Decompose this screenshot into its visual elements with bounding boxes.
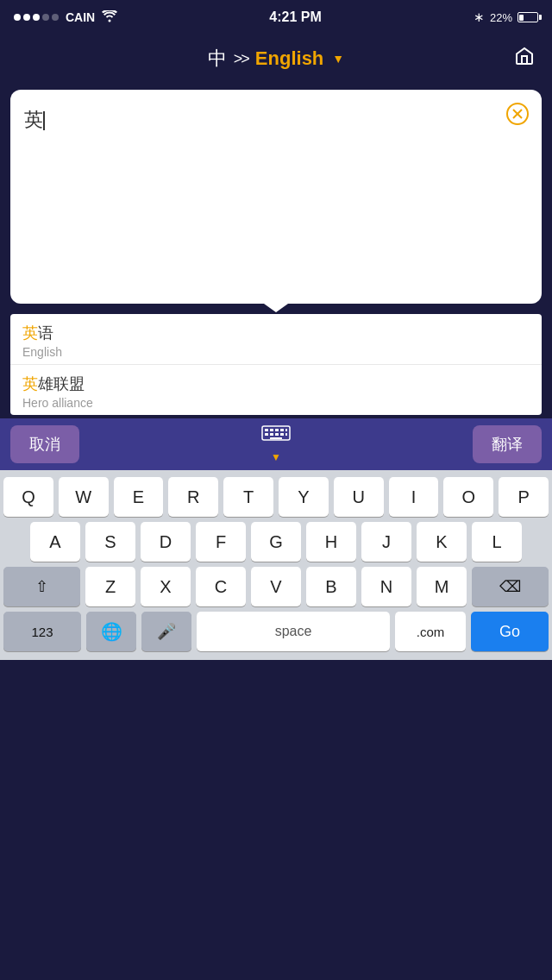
svg-rect-4 — [265, 429, 268, 431]
suggestion-1-english: English — [22, 345, 530, 359]
input-box[interactable]: 英 — [10, 90, 542, 288]
battery-icon — [518, 12, 538, 22]
keyboard-row-1: Q W E R T Y U I O P — [3, 477, 549, 517]
status-right: ∗ 22% — [474, 9, 538, 25]
translate-button[interactable]: 翻译 — [473, 425, 542, 463]
status-time: 4:21 PM — [269, 9, 321, 25]
key-go[interactable]: Go — [471, 612, 549, 651]
keyboard-dropdown-arrow: ▼ — [271, 451, 281, 463]
key-l[interactable]: L — [472, 522, 522, 562]
keyboard-row-3: ⇧ Z X C V B N M ⌫ — [3, 567, 549, 606]
key-backspace[interactable]: ⌫ — [472, 567, 549, 606]
key-z[interactable]: Z — [85, 567, 135, 606]
key-s[interactable]: S — [85, 522, 135, 562]
key-mic[interactable]: 🎤 — [141, 612, 191, 651]
suggestions-list: 英语 English 英雄联盟 Hero alliance — [10, 314, 542, 415]
nav-arrows: >> — [234, 50, 248, 68]
key-c[interactable]: C — [196, 567, 246, 606]
signal-dot-1 — [14, 14, 21, 21]
status-bar: CAIN 4:21 PM ∗ 22% — [0, 0, 552, 35]
nav-title: 中 >> English ▼ — [208, 46, 344, 72]
suggestion-1-chinese: 英语 — [22, 323, 530, 343]
key-o[interactable]: O — [443, 477, 493, 517]
svg-rect-10 — [270, 433, 273, 436]
svg-rect-8 — [285, 429, 287, 431]
suggestion-2-english: Hero alliance — [22, 396, 530, 410]
status-left: CAIN — [14, 10, 117, 25]
microphone-icon: 🎤 — [157, 622, 176, 641]
source-lang-label: 中 — [208, 46, 227, 72]
keyboard-row-4: 123 🌐 🎤 space .com Go — [3, 612, 549, 651]
key-m[interactable]: M — [417, 567, 467, 606]
svg-rect-13 — [285, 433, 287, 436]
keyboard: Q W E R T Y U I O P A S D F G H J K L ⇧ … — [0, 470, 552, 660]
key-g[interactable]: G — [251, 522, 301, 562]
key-x[interactable]: X — [141, 567, 191, 606]
key-shift[interactable]: ⇧ — [3, 567, 80, 606]
key-e[interactable]: E — [114, 477, 164, 517]
target-lang-label: English — [255, 47, 323, 70]
cancel-button[interactable]: 取消 — [10, 425, 79, 463]
keyboard-toggle-button[interactable]: ▼ — [261, 425, 291, 463]
signal-dot-3 — [33, 14, 40, 21]
svg-rect-6 — [275, 429, 279, 431]
backspace-icon: ⌫ — [499, 577, 521, 596]
key-y[interactable]: Y — [279, 477, 329, 517]
nav-bar: 中 >> English ▼ — [0, 35, 552, 83]
key-h[interactable]: H — [306, 522, 356, 562]
key-r[interactable]: R — [168, 477, 218, 517]
key-globe[interactable]: 🌐 — [86, 612, 136, 651]
key-dotcom[interactable]: .com — [395, 612, 466, 651]
input-text: 英 — [24, 107, 528, 134]
key-k[interactable]: K — [417, 522, 467, 562]
battery-percent: 22% — [490, 11, 512, 24]
lang-dropdown-icon[interactable]: ▼ — [332, 52, 344, 66]
svg-rect-9 — [265, 433, 268, 436]
input-bottom-decoration — [10, 288, 542, 304]
key-t[interactable]: T — [223, 477, 273, 517]
key-j[interactable]: J — [361, 522, 411, 562]
svg-rect-12 — [280, 433, 284, 436]
key-d[interactable]: D — [141, 522, 191, 562]
shift-icon: ⇧ — [35, 577, 48, 596]
key-q[interactable]: Q — [3, 477, 53, 517]
key-b[interactable]: B — [306, 567, 356, 606]
text-cursor — [43, 111, 45, 130]
keyboard-row-2: A S D F G H J K L — [3, 522, 549, 562]
carrier-label: CAIN — [66, 10, 95, 24]
key-a[interactable]: A — [30, 522, 80, 562]
keyboard-icon — [261, 425, 291, 449]
suggestion-1-rest: 语 — [38, 324, 53, 342]
suggestion-2-highlight: 英 — [22, 375, 38, 393]
signal-dot-2 — [23, 14, 30, 21]
wifi-icon — [102, 10, 117, 25]
key-n[interactable]: N — [361, 567, 411, 606]
signal-dots — [14, 14, 59, 21]
svg-rect-11 — [275, 433, 279, 436]
toolbar: 取消 ▼ 翻译 — [0, 418, 552, 470]
svg-rect-7 — [280, 429, 284, 431]
battery-fill — [519, 15, 523, 21]
key-w[interactable]: W — [59, 477, 109, 517]
key-v[interactable]: V — [251, 567, 301, 606]
globe-icon: 🌐 — [101, 621, 122, 642]
bluetooth-icon: ∗ — [474, 9, 485, 25]
suggestion-2-rest: 雄联盟 — [38, 375, 85, 393]
signal-dot-5 — [52, 14, 59, 21]
clear-button[interactable] — [505, 102, 530, 126]
input-area: 英 — [0, 83, 552, 304]
key-123[interactable]: 123 — [3, 612, 81, 651]
suggestion-1-highlight: 英 — [22, 324, 38, 342]
key-i[interactable]: I — [389, 477, 439, 517]
key-p[interactable]: P — [499, 477, 549, 517]
svg-rect-14 — [270, 437, 282, 439]
signal-dot-4 — [42, 14, 49, 21]
key-space[interactable]: space — [197, 612, 390, 651]
svg-rect-5 — [270, 429, 273, 431]
key-f[interactable]: F — [196, 522, 246, 562]
input-value: 英 — [24, 109, 43, 130]
suggestion-item-1[interactable]: 英语 English — [10, 314, 542, 365]
key-u[interactable]: U — [334, 477, 384, 517]
home-button[interactable] — [514, 46, 535, 72]
suggestion-item-2[interactable]: 英雄联盟 Hero alliance — [10, 365, 542, 415]
